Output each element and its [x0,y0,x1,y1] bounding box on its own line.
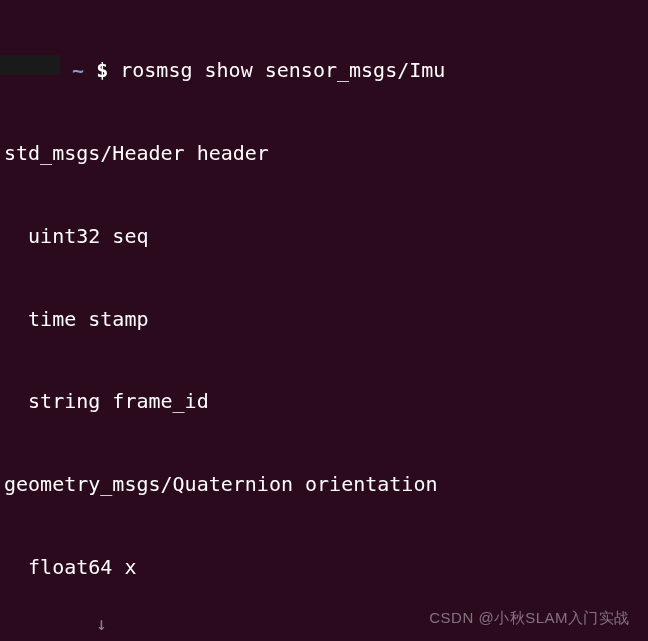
terminal-window[interactable]: ~ $ rosmsg show sensor_msgs/Imu std_msgs… [4,2,644,641]
prompt-line: ~ $ rosmsg show sensor_msgs/Imu [4,57,644,85]
output-line: uint32 seq [4,223,644,251]
output-line: string frame_id [4,388,644,416]
scroll-hint-icon: ↓ [96,612,107,637]
prompt-path: ~ [72,58,84,82]
command-text: rosmsg show sensor_msgs/Imu [120,58,445,82]
output-line: float64 x [4,554,644,582]
output-line: geometry_msgs/Quaternion orientation [4,471,644,499]
titlebar-fragment [0,55,60,75]
output-line: time stamp [4,306,644,334]
output-line: std_msgs/Header header [4,140,644,168]
prompt-symbol: $ [96,58,108,82]
watermark-text: CSDN @小秋SLAM入门实战 [429,608,630,629]
output-line: float64 y [4,637,644,641]
